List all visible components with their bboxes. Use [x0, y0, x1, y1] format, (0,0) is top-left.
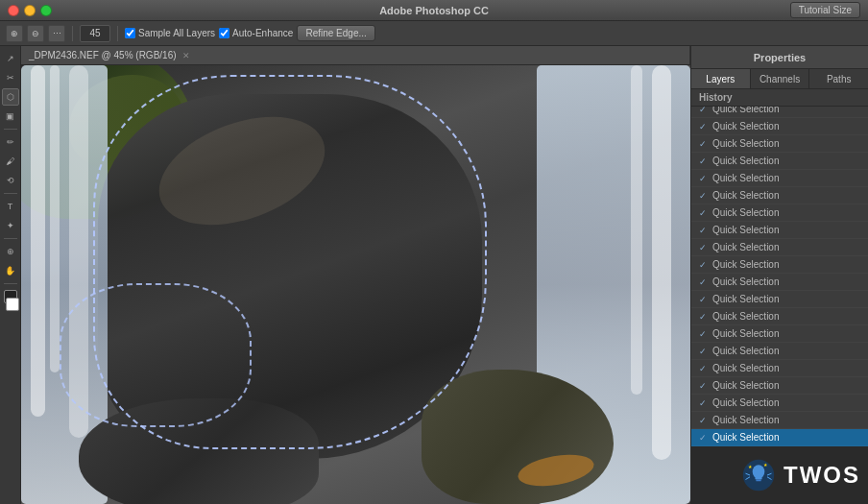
history-item-icon: ✓	[697, 346, 709, 357]
panel-tabs: Layers Channels Paths	[691, 69, 868, 89]
tool-pen[interactable]: ✏	[2, 133, 19, 151]
history-item-label: Quick Selection	[712, 397, 779, 408]
sample-all-layers-label[interactable]: Sample All Layers	[125, 28, 215, 38]
history-item-label: Quick Selection	[712, 380, 779, 391]
canvas-bg	[21, 65, 690, 504]
tool-zoom[interactable]: ⊕	[2, 243, 19, 260]
left-tools-panel: ↗ ✂ ⬡ ▣ ✏ 🖌 ⟲ T ✦ ⊕ ✋	[0, 46, 21, 504]
history-item-label: Quick Selection	[712, 346, 779, 356]
tutorial-size-button[interactable]: Tutorial Size	[790, 2, 860, 18]
history-item[interactable]: ✓Quick Selection	[691, 429, 868, 446]
tool-bg-color[interactable]	[6, 298, 19, 311]
history-item-icon: ✓	[697, 207, 709, 219]
tool-sep-2	[4, 193, 17, 194]
close-button[interactable]	[8, 5, 19, 16]
tool-type[interactable]: T	[2, 198, 19, 215]
history-item[interactable]: ✓Quick Selection	[691, 360, 868, 377]
history-item-icon: ✓	[697, 107, 709, 115]
tool-icon-3[interactable]: ⋯	[48, 25, 65, 42]
history-item-icon: ✓	[697, 190, 709, 202]
tab-layers[interactable]: Layers	[691, 69, 751, 88]
tool-sep-3	[4, 238, 17, 239]
waterfall-right-streak-2	[631, 65, 642, 395]
options-toolbar: ⊕ ⊖ ⋯ Sample All Layers Auto-Enhance Ref…	[0, 21, 868, 46]
history-item[interactable]: ✓Quick Selection	[691, 204, 868, 222]
refine-edge-button[interactable]: Refine Edge...	[297, 25, 374, 41]
history-item-label: Quick Selection	[712, 432, 779, 443]
svg-rect-2	[755, 477, 761, 480]
tool-icon-1[interactable]: ⊕	[6, 25, 23, 42]
history-item-icon: ✓	[697, 328, 709, 340]
history-item-icon: ✓	[697, 156, 709, 167]
history-item[interactable]: ✓Quick Selection	[691, 170, 868, 187]
history-item-label: Quick Selection	[712, 225, 779, 235]
brush-size-input[interactable]	[80, 25, 110, 42]
history-item-icon: ✓	[697, 138, 709, 150]
history-item-icon: ✓	[697, 121, 709, 132]
tool-sep-1	[4, 129, 17, 130]
canvas-image[interactable]	[21, 65, 690, 504]
history-item[interactable]: ✓Quick Selection	[691, 274, 868, 291]
history-item[interactable]: ✓Quick Selection	[691, 308, 868, 325]
app-title: Adobe Photoshop CC	[379, 5, 489, 16]
tool-sep-4	[4, 283, 17, 284]
history-item-label: Quick Selection	[712, 311, 779, 322]
history-item-icon: ✓	[697, 294, 709, 305]
history-item[interactable]: ✓Quick Selection	[691, 325, 868, 343]
waterfall-streak-2	[50, 65, 60, 372]
history-item-label: Quick Selection	[712, 190, 779, 201]
history-item[interactable]: ✓Quick Selection	[691, 377, 868, 395]
history-item[interactable]: ✓Quick Selection	[691, 291, 868, 308]
history-item[interactable]: ✓Quick Selection	[691, 239, 868, 256]
history-item-icon: ✓	[697, 397, 709, 409]
canvas-tab[interactable]: _DPM2436.NEF @ 45% (RGB/16) ✕	[21, 46, 690, 65]
tab-channels[interactable]: Channels	[751, 69, 810, 88]
tool-marquee[interactable]: ↗	[2, 50, 19, 67]
history-item[interactable]: ✓Quick Selection	[691, 187, 868, 204]
history-item[interactable]: ✓Quick Selection	[691, 153, 868, 170]
history-item-label: Quick Selection	[712, 259, 779, 270]
history-item-label: Quick Selection	[712, 138, 779, 149]
history-item[interactable]: ✓Quick Selection	[691, 135, 868, 153]
tool-quick-select[interactable]: ⬡	[2, 88, 19, 106]
history-item[interactable]: ✓Quick Selection	[691, 343, 868, 360]
tab-paths[interactable]: Paths	[809, 69, 868, 88]
tool-brush[interactable]: 🖌	[2, 153, 19, 170]
tool-icon-2[interactable]: ⊖	[27, 25, 44, 42]
history-item[interactable]: ✓Quick Selection	[691, 256, 868, 274]
history-item[interactable]: ✓Quick Selection	[691, 118, 868, 135]
tool-eraser[interactable]: ⟲	[2, 172, 19, 189]
history-item-icon: ✓	[697, 432, 709, 444]
history-item[interactable]: ✓Quick Selection	[691, 222, 868, 239]
minimize-button[interactable]	[24, 5, 36, 16]
history-item-label: Quick Selection	[712, 121, 779, 132]
right-panel: Properties Layers Channels Paths History…	[690, 46, 868, 504]
tool-hand[interactable]: ✋	[2, 262, 19, 279]
auto-enhance-checkbox[interactable]	[219, 28, 229, 38]
separator-1	[72, 26, 73, 41]
maximize-button[interactable]	[40, 5, 52, 16]
history-item[interactable]: ✓Quick Selection	[691, 107, 868, 118]
history-item-icon: ✓	[697, 363, 709, 374]
rock-bottom	[79, 398, 319, 504]
sample-all-layers-checkbox[interactable]	[125, 28, 135, 38]
history-item-label: Quick Selection	[712, 173, 779, 183]
history-panel[interactable]: —Deselect✓Quick Selection✓Quick Selectio…	[691, 107, 868, 446]
canvas-area: _DPM2436.NEF @ 45% (RGB/16) ✕	[21, 46, 690, 504]
history-item[interactable]: ✓Quick Selection	[691, 412, 868, 429]
history-item-icon: ✓	[697, 259, 709, 271]
history-item-icon: ✓	[697, 276, 709, 288]
main-area: ↗ ✂ ⬡ ▣ ✏ 🖌 ⟲ T ✦ ⊕ ✋ _DPM2436.NEF @ 45%…	[0, 46, 868, 504]
canvas-tab-close[interactable]: ✕	[182, 51, 190, 60]
separator-2	[117, 26, 118, 41]
history-item[interactable]: ✓Quick Selection	[691, 395, 868, 412]
history-item-label: Quick Selection	[712, 242, 779, 252]
tool-crop[interactable]: ▣	[2, 108, 19, 125]
history-item-icon: ✓	[697, 225, 709, 236]
tool-lasso[interactable]: ✂	[2, 69, 19, 86]
history-item-label: Quick Selection	[712, 107, 779, 114]
auto-enhance-label[interactable]: Auto-Enhance	[219, 28, 293, 38]
history-item-icon: ✓	[697, 415, 709, 426]
history-item-label: Quick Selection	[712, 415, 779, 425]
tool-shape[interactable]: ✦	[2, 217, 19, 234]
